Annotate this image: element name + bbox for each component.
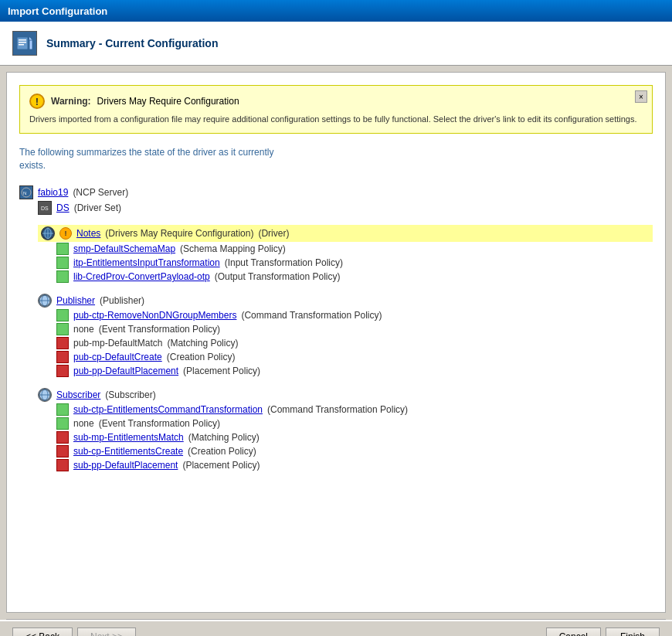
ncp-server-item: N fabio19 (NCP Server) (19, 185, 653, 200)
svg-rect-31 (59, 447, 66, 455)
ncp-server-link[interactable]: fabio19 (38, 187, 68, 198)
doc-red-icon-pub-cp (56, 351, 69, 363)
svg-rect-28 (59, 406, 66, 413)
policy-item-smp: smp-DefaultSchemaMap (Schema Mapping Pol… (56, 242, 653, 256)
ds-item: DS DS (Driver Set) (38, 200, 653, 216)
doc-red-icon-sub-cp (56, 445, 69, 457)
svg-rect-23 (59, 353, 66, 361)
pub-cp-link[interactable]: pub-cp-DefaultCreate (73, 352, 162, 362)
next-button[interactable]: Next >> (77, 627, 136, 636)
pub-pp-link[interactable]: pub-pp-DefaultPlacement (73, 366, 178, 376)
pub-policy-mp: pub-mp-DefaultMatch (Matching Policy) (56, 336, 653, 350)
lib-desc: (Output Transformation Policy) (215, 271, 341, 282)
publisher-link[interactable]: Publisher (56, 295, 95, 306)
sub-ctp-link[interactable]: sub-ctp-EntitlementsCommandTransformatio… (73, 404, 263, 415)
pub-etp-desc: (Event Transformation Policy) (99, 324, 220, 335)
subscriber-desc: (Subscriber) (105, 389, 155, 400)
title-bar-label: Import Configuration (8, 5, 107, 17)
sub-policy-etp: none (Event Transformation Policy) (56, 417, 653, 430)
pub-ctp-desc: (Command Transformation Policy) (241, 310, 382, 321)
finish-button[interactable]: Finish (606, 627, 660, 636)
warning-text: Drivers imported from a configuration fi… (29, 114, 643, 125)
warning-close-button[interactable]: × (635, 90, 647, 103)
svg-rect-16 (59, 273, 66, 281)
ds-link[interactable]: DS (56, 202, 70, 213)
back-button[interactable]: << Back (12, 627, 73, 636)
doc-green-icon-sub-ctp (56, 403, 69, 416)
notes-link[interactable]: Notes (76, 228, 100, 239)
svg-rect-24 (59, 367, 66, 375)
cancel-button[interactable]: Cancel (546, 627, 601, 636)
lib-link[interactable]: lib-CredProv-ConvertPayload-otp (73, 271, 210, 282)
svg-rect-30 (59, 434, 66, 441)
policy-item-lib: lib-CredProv-ConvertPayload-otp (Output … (56, 270, 653, 284)
pub-pp-desc: (Placement Policy) (183, 366, 260, 376)
smp-link[interactable]: smp-DefaultSchemaMap (73, 243, 175, 254)
sub-mp-link[interactable]: sub-mp-EntitlementsMatch (73, 432, 184, 443)
globe-icon (41, 226, 55, 240)
pub-cp-desc: (Creation Policy) (167, 352, 236, 362)
configuration-tree: N fabio19 (NCP Server) DS DS (Driver Set… (19, 185, 653, 472)
ncp-icon: N (19, 185, 33, 199)
doc-red-icon-pub-mp (56, 337, 69, 349)
doc-red-icon-pub-pp (56, 365, 69, 377)
pub-etp-none: none (73, 324, 94, 335)
summary-line2: exists. (19, 160, 46, 171)
svg-rect-21 (59, 325, 66, 333)
sub-etp-desc: (Event Transformation Policy) (99, 418, 220, 429)
svg-rect-0 (17, 37, 28, 49)
smp-desc: (Schema Mapping Policy) (180, 243, 286, 254)
svg-text:N: N (23, 191, 26, 196)
sub-policy-ctp: sub-ctp-EntitlementsCommandTransformatio… (56, 403, 653, 417)
itp-desc: (Input Transformation Policy) (225, 257, 343, 268)
pub-ctp-link[interactable]: pub-ctp-RemoveNonDNGroupMembers (73, 310, 236, 321)
warning-title-label: Warning: (51, 96, 91, 107)
warning-heading: Drivers May Require Configuration (97, 96, 239, 107)
doc-green-icon-pub-ctp (56, 309, 69, 321)
svg-rect-14 (59, 245, 66, 253)
svg-rect-3 (19, 44, 24, 46)
ncp-server-desc: (NCP Server) (73, 187, 128, 198)
pub-policy-etp: none (Event Transformation Policy) (56, 322, 653, 336)
pub-mp-desc: (Matching Policy) (167, 338, 238, 349)
subscriber-item: Subscriber (Subscriber) (38, 387, 653, 403)
subscriber-link[interactable]: Subscriber (56, 389, 100, 400)
sub-policy-mp: sub-mp-EntitlementsMatch (Matching Polic… (56, 430, 653, 444)
sub-policy-cp: sub-cp-EntitlementsCreate (Creation Poli… (56, 444, 653, 458)
ds-icon: DS (38, 201, 52, 215)
svg-rect-1 (19, 39, 26, 41)
button-bar: << Back Next >> Cancel Finish (0, 620, 672, 636)
publisher-item: Publisher (Publisher) (38, 293, 653, 308)
doc-green-icon-lib (56, 270, 69, 283)
publisher-desc: (Publisher) (100, 295, 144, 306)
doc-green-icon-sub-etp (56, 417, 69, 430)
main-content: ! Warning: Drivers May Require Configura… (6, 72, 666, 613)
publisher-icon (38, 294, 52, 308)
sub-cp-desc: (Creation Policy) (188, 446, 256, 457)
sub-ctp-desc: (Command Transformation Policy) (267, 404, 408, 415)
summary-line1: The following summarizes the state of th… (19, 147, 273, 158)
svg-rect-5 (29, 40, 32, 49)
sub-cp-link[interactable]: sub-cp-EntitlementsCreate (73, 446, 183, 457)
svg-rect-29 (59, 420, 66, 427)
summary-description: The following summarizes the state of th… (19, 146, 653, 172)
subscriber-icon (38, 388, 52, 402)
sub-mp-desc: (Matching Policy) (188, 432, 260, 443)
svg-rect-32 (59, 461, 66, 469)
pub-policy-cp: pub-cp-DefaultCreate (Creation Policy) (56, 350, 653, 364)
sub-etp-none: none (73, 418, 94, 429)
warning-box: ! Warning: Drivers May Require Configura… (19, 85, 653, 134)
title-bar: Import Configuration (0, 0, 672, 22)
header-icon (12, 31, 37, 56)
itp-link[interactable]: itp-EntitlementsInputTransformation (73, 257, 220, 268)
ds-desc: (Driver Set) (74, 202, 121, 213)
notes-row: ! Notes (Drivers May Require Configurati… (38, 225, 653, 242)
page-title: Summary - Current Configuration (46, 37, 218, 49)
exclaim-icon: ! (59, 227, 72, 240)
policy-item-itp: itp-EntitlementsInputTransformation (Inp… (56, 256, 653, 270)
sub-pp-link[interactable]: sub-pp-DefaultPlacement (73, 460, 178, 471)
doc-red-icon-sub-pp (56, 459, 69, 471)
doc-green-icon-smp (56, 243, 69, 255)
doc-red-icon-sub-mp (56, 431, 69, 444)
svg-text:DS: DS (41, 206, 49, 211)
